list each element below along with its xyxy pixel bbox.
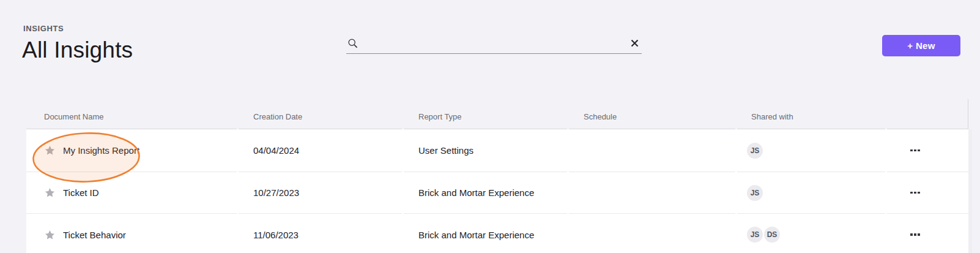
- document-name-label: Ticket Behavior: [63, 230, 126, 240]
- vertical-scrollbar-track[interactable]: [968, 129, 972, 253]
- insights-table: Document Name Creation Date Report Type …: [26, 104, 968, 253]
- row-actions-button[interactable]: [909, 147, 921, 154]
- table-header-row: Document Name Creation Date Report Type …: [26, 104, 968, 129]
- row-actions-button[interactable]: [909, 231, 921, 238]
- close-icon: [631, 39, 639, 47]
- document-name-label: Ticket ID: [63, 187, 99, 198]
- table-row[interactable]: Ticket ID 10/27/2023 Brick and Mortar Ex…: [26, 172, 968, 214]
- avatar: DS: [764, 227, 780, 243]
- favorite-star-icon[interactable]: [44, 145, 56, 156]
- clear-search-button[interactable]: [628, 37, 640, 50]
- table-row[interactable]: My Insights Report 04/04/2024 User Setti…: [26, 129, 968, 172]
- avatar: JS: [747, 227, 763, 243]
- column-header-report-type: Report Type: [404, 104, 567, 129]
- report-type-value: User Settings: [404, 129, 567, 172]
- creation-date-value: 10/27/2023: [239, 172, 402, 214]
- search-bar: [346, 33, 642, 54]
- page-title: All Insights: [22, 37, 133, 63]
- document-name-label: My Insights Report: [63, 145, 139, 156]
- column-header-document-name: Document Name: [26, 104, 237, 129]
- schedule-value: [569, 172, 735, 214]
- report-type-value: Brick and Mortar Experience: [404, 214, 567, 253]
- creation-date-value: 11/06/2023: [239, 214, 402, 253]
- avatar: JS: [747, 143, 763, 159]
- column-header-creation-date: Creation Date: [239, 104, 402, 129]
- creation-date-value: 04/04/2024: [239, 129, 402, 172]
- favorite-star-icon[interactable]: [44, 229, 56, 241]
- search-input[interactable]: [358, 33, 628, 53]
- row-actions-button[interactable]: [909, 189, 921, 197]
- schedule-value: [569, 129, 735, 172]
- schedule-value: [569, 214, 735, 253]
- column-header-shared-with: Shared with: [737, 104, 885, 129]
- report-type-value: Brick and Mortar Experience: [404, 172, 567, 214]
- breadcrumb-eyebrow: INSIGHTS: [23, 24, 64, 33]
- new-insight-button[interactable]: + New: [882, 35, 960, 56]
- column-header-schedule: Schedule: [569, 104, 735, 129]
- column-header-actions: [887, 104, 968, 129]
- favorite-star-icon[interactable]: [44, 187, 56, 198]
- table-row[interactable]: Ticket Behavior 11/06/2023 Brick and Mor…: [26, 214, 968, 253]
- search-icon: [347, 38, 358, 49]
- insights-page: { "page": { "eyebrow": "INSIGHTS", "titl…: [0, 0, 980, 253]
- avatar: JS: [747, 185, 763, 201]
